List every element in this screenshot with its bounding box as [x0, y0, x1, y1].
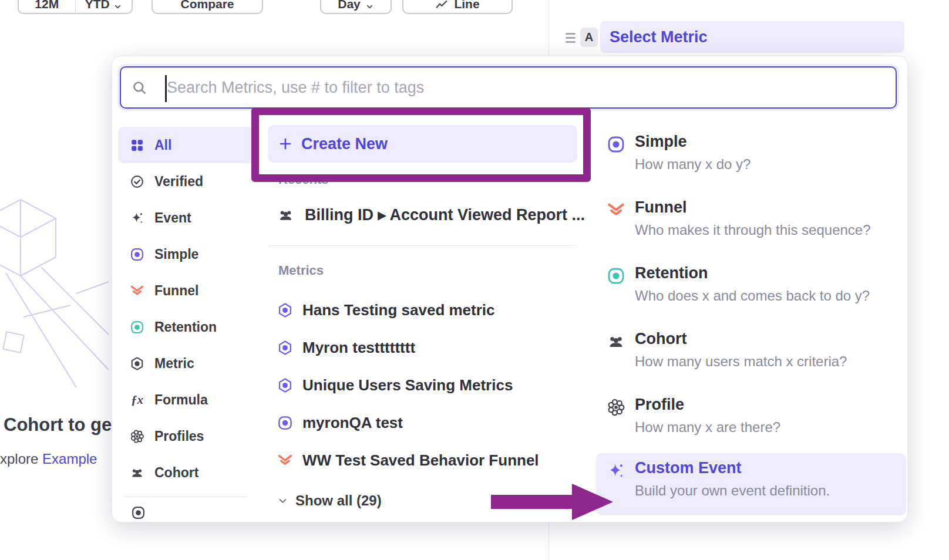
category-label: Formula: [154, 392, 208, 408]
type-desc: Build your own event definition.: [635, 483, 830, 499]
metric-hexagon-icon: [130, 356, 144, 371]
chevron-down-icon: [277, 495, 288, 507]
plus-icon: [278, 137, 292, 151]
range-ytd-button[interactable]: YTD: [75, 0, 132, 13]
search-icon: [132, 80, 147, 96]
type-desc: Who makes it through this sequence?: [635, 222, 871, 238]
metric-selector-modal: All Verified Event Simple Funnel Retenti…: [112, 56, 908, 522]
select-metric-button[interactable]: Select Metric: [600, 21, 904, 53]
category-cohort[interactable]: Cohort: [118, 454, 254, 491]
funnel-icon: [607, 201, 625, 220]
category-label: Simple: [154, 247, 198, 262]
query-row-badge: A: [580, 28, 598, 47]
show-all-button[interactable]: Show all (29): [268, 488, 382, 514]
type-profile[interactable]: Profile How many x are there?: [596, 390, 906, 451]
line-chart-icon: [435, 0, 448, 11]
compare-button[interactable]: Compare: [152, 0, 263, 14]
verified-badge-icon: [130, 174, 144, 189]
create-new-button[interactable]: Create New: [268, 125, 577, 163]
profiles-flower-icon: [607, 398, 625, 417]
category-label: Event: [154, 210, 191, 226]
cohort-people-icon: [607, 332, 625, 351]
category-label: Cohort: [154, 465, 198, 481]
category-list: All Verified Event Simple Funnel Retenti…: [118, 127, 254, 520]
chart-type-button[interactable]: Line: [402, 0, 513, 14]
saved-metric-item[interactable]: Myron testttttttt: [268, 329, 577, 366]
chart-type-label: Line: [454, 0, 479, 11]
retention-icon: [130, 320, 144, 335]
category-retention[interactable]: Retention: [118, 309, 254, 345]
type-desc: How many x do y?: [635, 156, 751, 173]
drag-handle-icon[interactable]: [566, 33, 576, 45]
create-new-label: Create New: [301, 135, 388, 153]
empty-state-subtext: xplore Example: [0, 451, 97, 467]
example-link[interactable]: Example: [42, 451, 97, 467]
granularity-button[interactable]: Day: [320, 0, 392, 14]
saved-metric-item[interactable]: WW Test Saved Behavior Funnel: [268, 441, 577, 479]
simple-metric-icon: [130, 247, 144, 262]
type-simple[interactable]: Simple How many x do y?: [596, 127, 906, 188]
saved-metric-label: Hans Testing saved metric: [302, 301, 495, 319]
metrics-heading: Metrics: [278, 263, 324, 278]
chevron-down-icon: [365, 2, 374, 11]
range-ytd-label: YTD: [85, 0, 110, 11]
search-bar: [120, 66, 897, 109]
date-range-group: 12M YTD: [18, 0, 133, 14]
grid-icon: [130, 138, 144, 153]
type-desc: How many users match x criteria?: [635, 353, 847, 370]
category-verified[interactable]: Verified: [118, 163, 254, 200]
type-title: Retention: [635, 264, 708, 282]
category-event[interactable]: Event: [118, 200, 254, 236]
saved-metric-list: Hans Testing saved metric Myron testtttt…: [268, 291, 577, 479]
saved-metric-label: Unique Users Saving Metrics: [302, 376, 513, 394]
category-profiles[interactable]: Profiles: [118, 418, 254, 454]
squircle-icon: [131, 505, 146, 520]
saved-metric-item[interactable]: Unique Users Saving Metrics: [268, 366, 577, 404]
category-label: Profiles: [154, 429, 204, 444]
type-cohort[interactable]: Cohort How many users match x criteria?: [596, 324, 906, 385]
category-formula[interactable]: ƒx Formula: [118, 382, 254, 418]
granularity-label: Day: [338, 0, 361, 11]
select-metric-label: Select Metric: [610, 28, 708, 46]
type-title: Funnel: [635, 198, 687, 217]
saved-metric-item[interactable]: myronQA test: [268, 404, 577, 441]
category-divider: [125, 497, 247, 497]
category-label: Metric: [154, 356, 194, 372]
recent-item-label: Billing ID ▸ Account Viewed Report ...: [305, 205, 585, 224]
category-metric[interactable]: Metric: [118, 345, 254, 382]
search-input[interactable]: [167, 69, 889, 106]
profiles-flower-icon: [130, 429, 144, 444]
type-retention[interactable]: Retention Who does x and comes back to d…: [596, 258, 906, 319]
cohort-people-icon: [130, 465, 144, 480]
range-12m-button[interactable]: 12M: [19, 0, 75, 13]
type-custom-event[interactable]: Custom Event Build your own event defini…: [596, 453, 906, 515]
screen: 12M YTD Compare Day Line A Select Metric…: [0, 0, 949, 560]
saved-metric-label: WW Test Saved Behavior Funnel: [302, 451, 539, 470]
type-title: Custom Event: [635, 459, 742, 477]
saved-metric-label: Myron testttttttt: [302, 339, 415, 357]
explore-prefix: xplore: [0, 451, 42, 467]
funnel-icon: [277, 453, 293, 468]
empty-state-headline: Cohort to ge: [4, 414, 112, 436]
category-simple[interactable]: Simple: [118, 236, 254, 272]
section-divider: [268, 245, 577, 246]
category-partial-item[interactable]: [118, 505, 254, 520]
category-label: All: [154, 137, 171, 153]
type-funnel[interactable]: Funnel Who makes it through this sequenc…: [596, 193, 906, 254]
compare-label: Compare: [180, 0, 234, 11]
type-desc: How many x are there?: [635, 419, 780, 436]
retention-icon: [607, 266, 625, 285]
metric-hexagon-icon: [277, 302, 293, 318]
cohort-people-icon: [277, 207, 294, 224]
saved-metric-item[interactable]: Hans Testing saved metric: [268, 291, 577, 329]
recent-item[interactable]: Billing ID ▸ Account Viewed Report ...: [268, 197, 577, 232]
category-label: Verified: [154, 174, 203, 190]
type-title: Profile: [635, 396, 684, 414]
show-all-label: Show all (29): [295, 492, 382, 509]
simple-metric-icon: [607, 135, 625, 154]
type-title: Cohort: [635, 330, 686, 348]
metric-hexagon-icon: [277, 340, 293, 356]
category-funnel[interactable]: Funnel: [118, 272, 254, 309]
category-all[interactable]: All: [118, 127, 254, 163]
formula-icon: ƒx: [130, 393, 144, 407]
